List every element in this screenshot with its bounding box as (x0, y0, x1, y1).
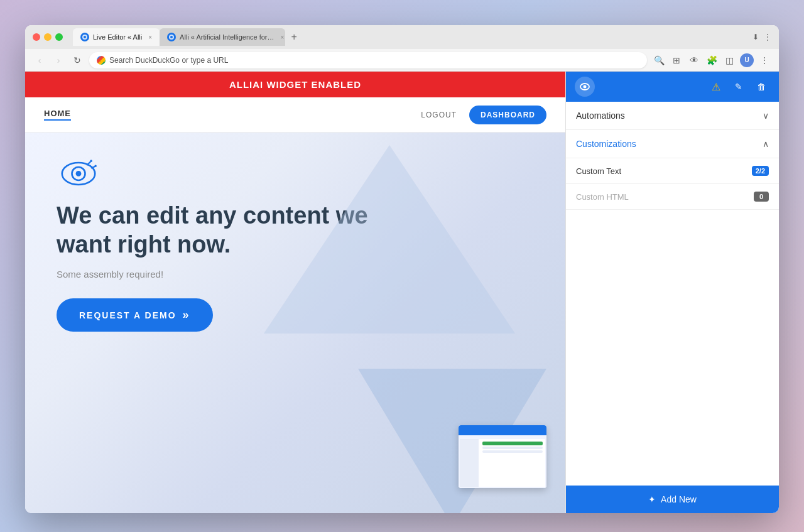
mockup-content (460, 439, 545, 487)
banner-text: ALLIAI WIDGET ENABLED (229, 79, 361, 90)
search-icon[interactable]: 🔍 (652, 53, 666, 67)
screenshot-mockup (459, 425, 546, 488)
menu-icon[interactable]: ⋮ (764, 33, 771, 41)
puzzle-icon[interactable]: 🧩 (705, 53, 719, 67)
mockup-sidebar (460, 439, 479, 487)
nav-home-link[interactable]: HOME (44, 109, 71, 121)
add-new-button[interactable]: ✦ Add New (566, 486, 779, 513)
google-logo-icon (97, 56, 106, 65)
panel-body: Automations ∨ Customizations ∧ Custom Te… (566, 102, 779, 486)
panel-edit-button[interactable]: ✎ (730, 78, 747, 95)
customizations-chevron: ∧ (763, 139, 769, 149)
request-demo-button[interactable]: REQUEST A DEMO » (57, 298, 213, 332)
tab-alli[interactable]: Alli « Artificial Intelligence for… × (160, 28, 285, 46)
browser-window: Live Editor « Alli × Alli « Artificial I… (25, 25, 779, 513)
more-options-icon[interactable]: ⋮ (758, 53, 771, 67)
split-view-icon[interactable]: ◫ (722, 53, 736, 67)
custom-text-badge: 2/2 (752, 166, 769, 176)
custom-text-item[interactable]: Custom Text 2/2 (566, 158, 779, 184)
mockup-row-1 (482, 447, 543, 449)
panel-header: ⚠ ✎ 🗑 (566, 72, 779, 102)
tab-favicon-2 (167, 33, 176, 41)
profile-avatar[interactable]: U (740, 53, 754, 67)
browser-tools: 🔍 ⊞ 👁 🧩 ◫ U ⋮ (652, 53, 771, 67)
customizations-section-header[interactable]: Customizations ∧ (566, 130, 779, 158)
mockup-top-bar (459, 425, 546, 435)
svg-point-8 (90, 160, 92, 163)
back-button[interactable]: ‹ (33, 53, 46, 67)
nav-logout-link[interactable]: LOGOUT (421, 111, 457, 119)
site-nav: HOME LOGOUT DASHBOARD (25, 97, 565, 133)
maximize-window-button[interactable] (55, 33, 63, 41)
tab-live-editor[interactable]: Live Editor « Alli × (73, 28, 160, 46)
custom-html-item[interactable]: Custom HTML 0 (566, 184, 779, 210)
eye-extension-icon[interactable]: 👁 (687, 53, 701, 67)
hero-title: We can edit any content we want right no… (57, 202, 371, 259)
right-panel: ⚠ ✎ 🗑 Automations ∨ Customizations (565, 72, 779, 513)
customizations-title: Customizations (576, 139, 763, 149)
address-input[interactable]: Search DuckDuckGo or type a URL (89, 52, 647, 68)
content-area: ALLIAI WIDGET ENABLED HOME LOGOUT DASHBO… (25, 72, 779, 513)
tab-close-1[interactable]: × (148, 34, 152, 41)
hero-subtitle: Some assembly required! (57, 269, 534, 280)
refresh-button[interactable]: ↻ (70, 53, 84, 67)
panel-warning-button[interactable]: ⚠ (707, 78, 725, 95)
browser-controls: ⬇ ⋮ (752, 33, 771, 41)
tab-label-1: Live Editor « Alli (93, 33, 142, 41)
traffic-lights (33, 33, 63, 41)
panel-delete-button[interactable]: 🗑 (752, 78, 770, 95)
nav-dashboard-button[interactable]: DASHBOARD (469, 106, 546, 124)
add-icon: ✦ (648, 494, 656, 504)
title-bar: Live Editor « Alli × Alli « Artificial I… (25, 25, 779, 49)
mockup-row-2 (482, 450, 543, 453)
mockup-main (480, 439, 545, 487)
edit-icon: ✎ (735, 82, 742, 92)
warning-icon: ⚠ (712, 81, 720, 93)
svg-point-6 (76, 171, 82, 176)
add-new-label: Add New (661, 494, 697, 504)
delete-icon: 🗑 (757, 82, 766, 92)
custom-text-label: Custom Text (576, 166, 752, 176)
automations-chevron: ∨ (763, 111, 769, 121)
custom-html-label: Custom HTML (576, 192, 754, 202)
address-bar: ‹ › ↻ Search DuckDuckGo or type a URL 🔍 … (25, 49, 779, 72)
svg-point-10 (94, 165, 97, 167)
hero-section: We can edit any content we want right no… (25, 133, 565, 513)
panel-eye-icon[interactable] (575, 77, 595, 97)
svg-point-1 (84, 36, 86, 38)
alliai-eye-icon (57, 158, 100, 189)
widget-enabled-banner: ALLIAI WIDGET ENABLED (25, 72, 565, 97)
close-window-button[interactable] (33, 33, 40, 41)
demo-btn-arrow: » (183, 308, 190, 322)
mockup-green-bar (482, 442, 543, 445)
new-tab-button[interactable]: + (285, 28, 303, 46)
automations-title: Automations (576, 111, 763, 121)
tabs-bar: Live Editor « Alli × Alli « Artificial I… (73, 28, 747, 46)
automations-section-header[interactable]: Automations ∨ (566, 102, 779, 130)
demo-btn-label: REQUEST A DEMO (79, 310, 177, 320)
custom-html-badge: 0 (754, 192, 769, 202)
hero-logo (57, 158, 534, 189)
extensions-icon[interactable]: ⊞ (670, 53, 683, 67)
website-area: ALLIAI WIDGET ENABLED HOME LOGOUT DASHBO… (25, 72, 565, 513)
forward-button[interactable]: › (52, 53, 65, 67)
minimize-window-button[interactable] (44, 33, 52, 41)
svg-point-3 (170, 36, 173, 38)
tab-label-2: Alli « Artificial Intelligence for… (180, 33, 274, 41)
mockup-inner (459, 425, 546, 488)
downloads-icon[interactable]: ⬇ (752, 33, 759, 41)
tab-favicon-1 (80, 33, 89, 41)
svg-point-12 (584, 85, 587, 89)
tab-close-2[interactable]: × (281, 34, 285, 41)
address-text: Search DuckDuckGo or type a URL (109, 56, 228, 65)
